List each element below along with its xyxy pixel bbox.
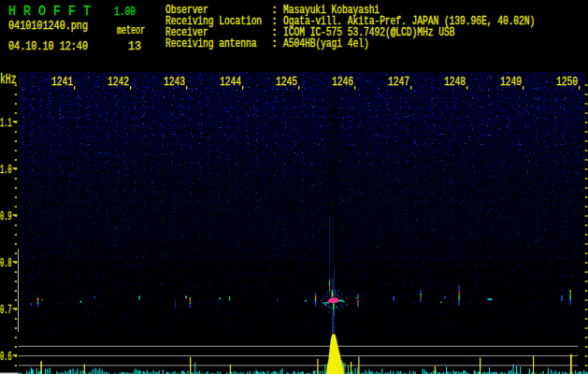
svg-text:0410101240.png: 0410101240.png xyxy=(8,20,88,33)
svg-text:1245: 1245 xyxy=(276,75,297,89)
svg-text:0.6: 0.6 xyxy=(0,350,12,364)
svg-text:kHz: kHz xyxy=(0,72,17,87)
svg-text:A504HB(yagi 4el): A504HB(yagi 4el) xyxy=(283,37,369,50)
svg-text:1249: 1249 xyxy=(500,75,522,89)
svg-text:0.7: 0.7 xyxy=(0,303,12,317)
svg-text::: : xyxy=(271,37,278,50)
svg-text:1247: 1247 xyxy=(388,75,409,89)
svg-text:1.0: 1.0 xyxy=(0,163,12,177)
svg-text:1248: 1248 xyxy=(444,75,466,89)
svg-text:04.10.10 12:40: 04.10.10 12:40 xyxy=(8,40,88,53)
svg-text:0.8: 0.8 xyxy=(0,256,12,270)
svg-text:1250: 1250 xyxy=(556,75,578,89)
svg-text:13: 13 xyxy=(128,40,141,53)
svg-text:1243: 1243 xyxy=(164,75,185,89)
svg-text:1241: 1241 xyxy=(51,75,73,89)
svg-text:1242: 1242 xyxy=(108,75,129,89)
svg-text:1.1: 1.1 xyxy=(0,116,12,130)
svg-text:1246: 1246 xyxy=(332,75,353,89)
svg-text:H R O F F T: H R O F F T xyxy=(8,4,91,19)
svg-text:1.00: 1.00 xyxy=(114,6,136,19)
svg-text:Receiving antenna: Receiving antenna xyxy=(165,37,256,50)
svg-text:0.9: 0.9 xyxy=(0,209,12,223)
svg-text:1244: 1244 xyxy=(220,75,241,89)
svg-text:meteor: meteor xyxy=(117,24,145,37)
